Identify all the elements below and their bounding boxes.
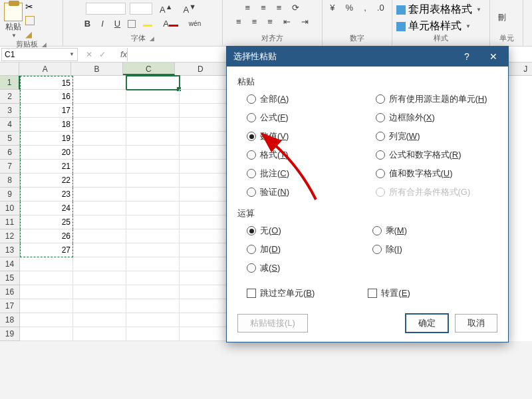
align-center-icon[interactable]: ≡ — [249, 15, 261, 28]
cell[interactable]: 23 — [20, 188, 73, 201]
cell[interactable] — [180, 229, 233, 243]
cell[interactable] — [73, 160, 126, 174]
cell[interactable] — [73, 188, 126, 201]
cell[interactable]: 19 — [20, 132, 73, 146]
cell[interactable] — [126, 201, 180, 215]
fx-icon[interactable]: fx — [120, 49, 127, 59]
col-header[interactable]: C — [123, 63, 175, 75]
cell[interactable] — [20, 299, 73, 313]
cell[interactable]: 17 — [20, 104, 73, 118]
border-button[interactable] — [128, 20, 136, 28]
cell[interactable] — [126, 271, 180, 285]
cell[interactable] — [180, 118, 233, 132]
cell[interactable] — [126, 90, 180, 104]
orientation-icon[interactable]: ⟳ — [289, 1, 303, 14]
row-header[interactable]: 11 — [0, 215, 20, 229]
cell[interactable] — [73, 257, 126, 271]
cell[interactable] — [126, 76, 180, 90]
cell[interactable] — [73, 285, 126, 299]
cell[interactable] — [180, 104, 233, 118]
cell[interactable] — [180, 76, 233, 90]
cell[interactable]: 16 — [20, 90, 73, 104]
cell[interactable] — [126, 132, 180, 146]
cell[interactable] — [73, 229, 126, 243]
increase-decimal-icon[interactable]: .0 — [374, 1, 388, 14]
row-header[interactable]: 4 — [0, 118, 20, 132]
dialog-launcher-icon[interactable]: ◢ — [42, 41, 47, 48]
cell[interactable]: 18 — [20, 118, 73, 132]
cell[interactable] — [126, 104, 180, 118]
cell[interactable]: 21 — [20, 160, 73, 174]
italic-button[interactable]: I — [98, 17, 107, 30]
cell[interactable]: 25 — [20, 215, 73, 229]
cell[interactable] — [126, 118, 180, 132]
operation-option-radio[interactable]: 减(S) — [247, 262, 372, 274]
cell[interactable] — [73, 271, 126, 285]
cell[interactable] — [126, 327, 180, 341]
cell[interactable] — [180, 146, 233, 160]
cell[interactable]: 26 — [20, 229, 73, 243]
cell[interactable] — [73, 174, 126, 188]
col-header[interactable]: D — [175, 63, 227, 75]
help-button[interactable]: ? — [454, 47, 480, 66]
cell[interactable] — [180, 215, 233, 229]
operation-option-radio[interactable]: 加(D) — [247, 243, 372, 255]
cell[interactable]: 15 — [20, 76, 73, 90]
cell[interactable]: 27 — [20, 243, 73, 257]
cell[interactable] — [180, 313, 233, 327]
cell[interactable] — [126, 285, 180, 299]
cancel-button[interactable]: 取消 — [455, 314, 497, 332]
operation-option-radio[interactable]: 无(O) — [247, 225, 372, 237]
row-header[interactable]: 12 — [0, 229, 20, 243]
align-middle-icon[interactable]: ≡ — [257, 1, 269, 14]
cell[interactable] — [126, 215, 180, 229]
row-header[interactable]: 17 — [0, 299, 20, 313]
paste-option-radio[interactable]: 全部(A) — [247, 93, 369, 105]
cell[interactable] — [126, 243, 180, 257]
cell[interactable] — [126, 299, 180, 313]
cell[interactable] — [73, 299, 126, 313]
cell[interactable] — [73, 132, 126, 146]
close-button[interactable]: ✕ — [480, 47, 507, 66]
cancel-entry-icon[interactable]: ✕ — [86, 50, 92, 59]
comma-icon[interactable]: , — [360, 1, 370, 14]
indent-inc-icon[interactable]: ⇥ — [298, 15, 312, 28]
cell[interactable] — [73, 90, 126, 104]
font-color-button[interactable]: A — [160, 17, 182, 30]
row-header[interactable]: 6 — [0, 146, 20, 160]
cell[interactable] — [180, 132, 233, 146]
row-header[interactable]: 8 — [0, 174, 20, 188]
fill-color-button[interactable] — [140, 17, 156, 30]
cell[interactable] — [73, 146, 126, 160]
cell[interactable] — [180, 257, 233, 271]
cell[interactable] — [180, 271, 233, 285]
cell[interactable] — [126, 257, 180, 271]
copy-icon[interactable] — [25, 16, 35, 25]
cell[interactable] — [180, 160, 233, 174]
underline-button[interactable]: U — [111, 17, 124, 30]
cell[interactable] — [180, 299, 233, 313]
cell[interactable]: 24 — [20, 201, 73, 215]
cell[interactable] — [73, 313, 126, 327]
cell[interactable]: 20 — [20, 146, 73, 160]
cell[interactable] — [73, 243, 126, 257]
increase-font-icon[interactable]: A▲ — [156, 1, 176, 16]
row-header[interactable]: 2 — [0, 90, 20, 104]
cell[interactable] — [73, 327, 126, 341]
cell[interactable] — [126, 174, 180, 188]
indent-dec-icon[interactable]: ⇤ — [280, 15, 294, 28]
row-header[interactable]: 3 — [0, 104, 20, 118]
col-header[interactable]: A — [19, 63, 71, 75]
font-family-select[interactable] — [86, 3, 126, 15]
align-top-icon[interactable]: ≡ — [242, 1, 254, 14]
row-header[interactable]: 13 — [0, 243, 20, 257]
paste-option-radio[interactable]: 列宽(W) — [376, 130, 498, 142]
skip-blanks-checkbox[interactable]: 跳过空单元(B) — [247, 287, 315, 299]
cell-styles-button[interactable]: 单元格样式▼ — [396, 19, 471, 33]
row-header[interactable]: 5 — [0, 132, 20, 146]
paste-option-radio[interactable]: 公式(F) — [247, 112, 369, 124]
row-header[interactable]: 16 — [0, 285, 20, 299]
col-header[interactable]: J — [519, 63, 532, 75]
align-left-icon[interactable]: ≡ — [233, 15, 245, 28]
cell[interactable] — [20, 271, 73, 285]
